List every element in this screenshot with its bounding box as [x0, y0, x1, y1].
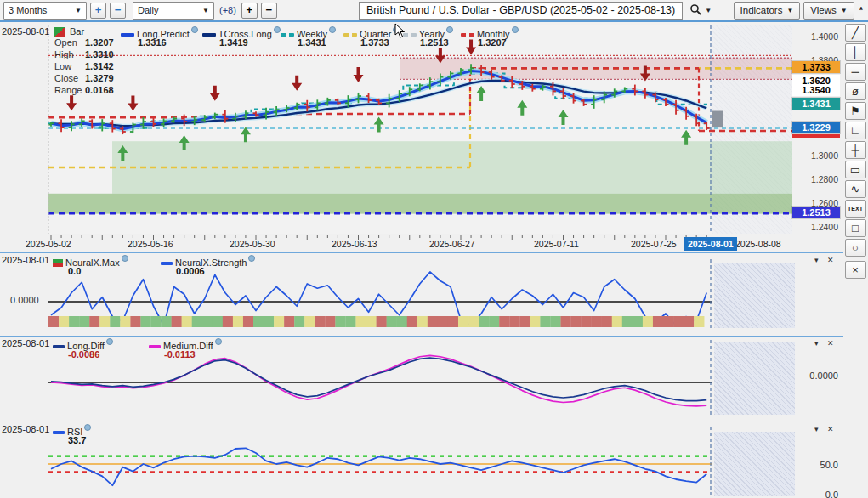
- trading-app-window: 3 Months ▼ + − Daily ▼ (+8) + − British …: [0, 0, 868, 498]
- range-label: Range: [54, 85, 82, 95]
- panel-date: 2025-08-01: [2, 255, 49, 265]
- buy-arrow-icon: [374, 116, 384, 132]
- ellipse-tool[interactable]: ○: [845, 239, 866, 257]
- bars-remove-button[interactable]: −: [261, 3, 277, 19]
- sell-arrow-icon: [354, 67, 364, 82]
- indicators-button[interactable]: Indicators ▼: [734, 2, 801, 20]
- open-value: 1.3207: [85, 37, 114, 48]
- buy-arrow-icon: [241, 127, 251, 142]
- views-button[interactable]: Views ▼: [803, 2, 854, 20]
- date-label[interactable]: 2025-06-13: [332, 239, 377, 249]
- price-tick: 1.4000: [796, 31, 838, 42]
- rectangle-tool[interactable]: □: [845, 219, 866, 237]
- rsi-axis-0-label: 0.0: [797, 490, 838, 498]
- future-area-main: [712, 25, 792, 234]
- panel-divider: [0, 422, 843, 422]
- pencil-off-tool[interactable]: ø: [845, 82, 866, 100]
- range-decrease-button[interactable]: −: [110, 3, 126, 19]
- sell-arrow-icon: [292, 76, 302, 91]
- price-badge-underline: [792, 134, 840, 138]
- range-increase-button[interactable]: +: [90, 3, 106, 19]
- info-icon[interactable]: [329, 26, 336, 33]
- legend-long-predict-value: 1.3316: [138, 37, 167, 48]
- info-icon[interactable]: [122, 255, 128, 262]
- date-label[interactable]: 2025-05-16: [128, 239, 173, 249]
- legend-yearly-value: 1.2513: [420, 37, 449, 48]
- trendline-tool[interactable]: ╱: [845, 24, 866, 42]
- symbol-title: British Pound / U.S. Dollar - GBP/USD (2…: [366, 4, 675, 16]
- date-label-current[interactable]: 2025-08-01: [684, 237, 737, 251]
- drawing-toolbar: ╱│─ø⚑∟┼▭∿TEXT□○×: [842, 24, 868, 279]
- text-tool[interactable]: TEXT: [845, 200, 866, 218]
- close-value: 1.3279: [85, 73, 114, 83]
- panel2-legend-value: 0.0: [68, 266, 81, 276]
- mouse-cursor: [394, 23, 406, 38]
- sell-arrow-icon: [210, 86, 220, 101]
- crosshair-tool[interactable]: ┼: [845, 141, 866, 159]
- callout-tool[interactable]: ▭: [845, 161, 866, 178]
- info-icon[interactable]: [84, 424, 91, 431]
- price-badge: 1.2513: [792, 207, 840, 218]
- panel-collapse-close-controls[interactable]: ▾ ✕: [814, 425, 837, 433]
- info-icon[interactable]: [215, 338, 222, 345]
- interval-dropdown[interactable]: Daily ▼: [133, 2, 214, 20]
- panel4-legend-value: 33.7: [68, 435, 86, 445]
- bars-add-button[interactable]: +: [241, 3, 258, 19]
- chevron-down-icon: ▼: [841, 7, 848, 14]
- pointer-flag-tool[interactable]: ⚑: [845, 102, 866, 120]
- step-line-tool[interactable]: ∟: [845, 122, 866, 139]
- info-icon[interactable]: [446, 26, 453, 33]
- search-dropdown-icon[interactable]: ▼: [705, 7, 712, 14]
- future-area-diff: [714, 342, 795, 415]
- vertical-line-tool[interactable]: │: [845, 43, 866, 61]
- date-label[interactable]: 2025-06-27: [429, 239, 475, 249]
- chevron-down-icon: ▼: [786, 7, 793, 14]
- price-badge: 1.3540: [792, 84, 840, 96]
- legend-swatch: [343, 33, 357, 37]
- low-label: Low: [54, 61, 71, 71]
- info-icon[interactable]: [191, 26, 198, 33]
- open-label: Open: [54, 37, 77, 48]
- panel3-legend-value: -0.0113: [164, 349, 196, 359]
- date-label[interactable]: 2025-07-11: [534, 239, 579, 249]
- date-label[interactable]: 2025-08-08: [735, 239, 781, 249]
- bar-legend-label[interactable]: Bar: [70, 26, 84, 37]
- legend-monthly-value: 1.3207: [478, 37, 507, 48]
- sell-arrow-icon: [128, 96, 138, 111]
- info-icon[interactable]: [512, 26, 519, 33]
- symbol-title-box[interactable]: British Pound / U.S. Dollar - GBP/USD (2…: [359, 2, 683, 20]
- price-tick: 1.2400: [796, 222, 838, 232]
- range-dropdown-value: 3 Months: [9, 5, 47, 15]
- buy-arrow-icon: [681, 130, 691, 145]
- panel2-legend-neuralx-max: NeuralX.Max: [53, 255, 128, 268]
- legend-swatch: [53, 431, 65, 434]
- range-dropdown[interactable]: 3 Months ▼: [3, 2, 87, 20]
- panel-collapse-close-controls[interactable]: ▾ ✕: [814, 256, 837, 264]
- horizontal-line-tool[interactable]: ─: [845, 63, 866, 81]
- panel-collapse-close-controls[interactable]: ▾ ✕: [814, 339, 837, 348]
- info-icon[interactable]: [274, 26, 281, 33]
- legend-swatch: [121, 33, 134, 37]
- price-tick: 1.2800: [796, 174, 838, 184]
- buy-arrow-icon: [517, 100, 527, 116]
- high-label: High: [54, 49, 74, 59]
- panel-divider: [0, 252, 843, 253]
- low-value: 1.3142: [85, 61, 114, 71]
- date-label[interactable]: 2025-05-02: [26, 239, 71, 249]
- date-label[interactable]: 2025-07-25: [631, 239, 677, 249]
- panel2-legend-value: 0.0006: [176, 266, 205, 276]
- future-area-rsi: [714, 432, 795, 496]
- wave-tool[interactable]: ∿: [845, 180, 866, 198]
- bar-legend-icon: [54, 27, 65, 37]
- search-icon[interactable]: [689, 3, 701, 17]
- neuralx-max-icon: [53, 259, 63, 267]
- buy-arrow-icon: [117, 145, 128, 161]
- info-icon[interactable]: [248, 255, 255, 262]
- legend-swatch: [161, 262, 173, 265]
- close-tool[interactable]: ×: [845, 261, 866, 279]
- price-badge: 1.3431: [792, 98, 840, 110]
- close-label: Close: [54, 73, 78, 83]
- pin-indicator[interactable]: *: [859, 5, 863, 15]
- date-label[interactable]: 2025-05-30: [230, 239, 275, 249]
- info-icon[interactable]: [106, 338, 113, 345]
